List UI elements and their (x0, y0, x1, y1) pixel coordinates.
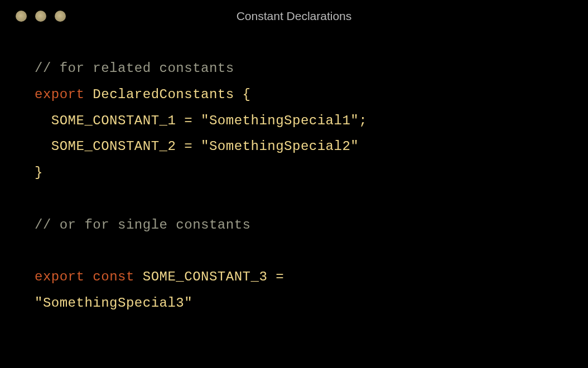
code-line: // or for single constants (35, 212, 553, 239)
code-line: SOME_CONSTANT_1 = "SomethingSpecial1"; (35, 108, 553, 134)
code-token-operator: = (184, 113, 201, 128)
code-token-operator: = (184, 139, 201, 154)
code-token-brace: } (35, 165, 43, 180)
code-line: } (35, 160, 553, 186)
code-line (35, 186, 553, 212)
code-token-comment: // for related constants (35, 61, 234, 76)
minimize-icon[interactable] (35, 11, 46, 22)
code-window: Constant Declarations // for related con… (0, 0, 588, 368)
maximize-icon[interactable] (55, 11, 66, 22)
code-token-keyword: export (35, 269, 84, 284)
code-token-punct: ; (359, 113, 367, 128)
code-token-string: "SomethingSpecial1" (201, 113, 359, 128)
code-token-identifier: SOME_CONSTANT_3 (134, 269, 276, 284)
code-line: export DeclaredConstants { (35, 82, 553, 108)
code-line: "SomethingSpecial3" (35, 290, 553, 317)
code-line: SOME_CONSTANT_2 = "SomethingSpecial2" (35, 134, 553, 160)
titlebar: Constant Declarations (0, 0, 588, 32)
code-token-brace: { (243, 87, 251, 102)
code-token-comment (35, 244, 43, 259)
code-line: // for related constants (35, 56, 553, 82)
code-token-comment (35, 191, 43, 206)
window-title: Constant Declarations (237, 9, 352, 23)
code-token-string: "SomethingSpecial2" (201, 139, 359, 154)
code-token-string: "SomethingSpecial3" (35, 296, 192, 311)
code-token-keyword: const (84, 269, 134, 284)
code-token-keyword: export (35, 87, 84, 102)
code-area: // for related constantsexport DeclaredC… (0, 32, 588, 317)
code-token-property: SOME_CONSTANT_1 (35, 113, 184, 128)
close-icon[interactable] (16, 11, 27, 22)
code-line: export const SOME_CONSTANT_3 = (35, 264, 553, 290)
code-token-identifier: DeclaredConstants (84, 87, 242, 102)
code-token-property: SOME_CONSTANT_2 (35, 139, 184, 154)
code-line (35, 239, 553, 265)
traffic-lights (16, 11, 66, 22)
code-token-comment: // or for single constants (35, 217, 250, 233)
code-token-operator: = (276, 269, 284, 284)
